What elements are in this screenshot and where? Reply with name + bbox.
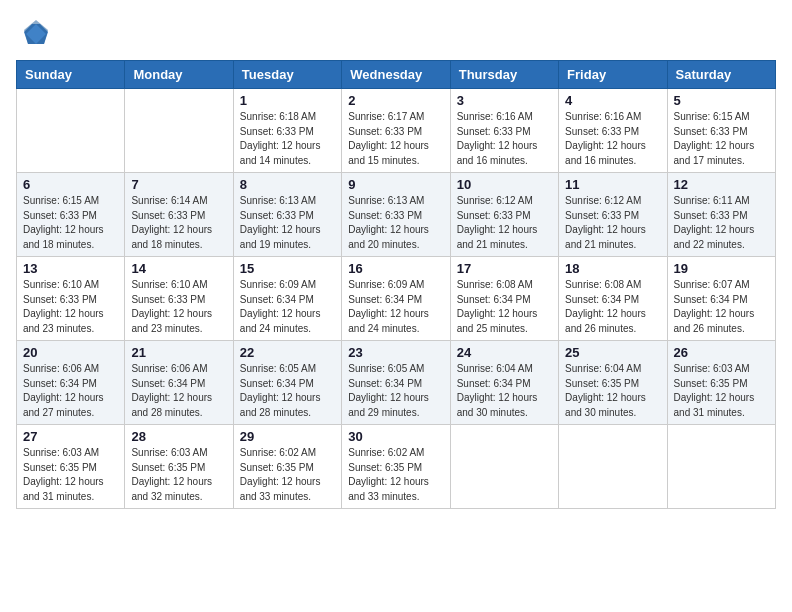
calendar-cell: 14Sunrise: 6:10 AMSunset: 6:33 PMDayligh…	[125, 257, 233, 341]
weekday-header-row: SundayMondayTuesdayWednesdayThursdayFrid…	[17, 61, 776, 89]
calendar-cell: 6Sunrise: 6:15 AMSunset: 6:33 PMDaylight…	[17, 173, 125, 257]
calendar-cell: 9Sunrise: 6:13 AMSunset: 6:33 PMDaylight…	[342, 173, 450, 257]
calendar-cell	[125, 89, 233, 173]
day-number: 21	[131, 345, 226, 360]
calendar-cell: 24Sunrise: 6:04 AMSunset: 6:34 PMDayligh…	[450, 341, 558, 425]
day-info: Sunrise: 6:04 AMSunset: 6:34 PMDaylight:…	[457, 362, 552, 420]
day-info: Sunrise: 6:08 AMSunset: 6:34 PMDaylight:…	[457, 278, 552, 336]
calendar-cell: 23Sunrise: 6:05 AMSunset: 6:34 PMDayligh…	[342, 341, 450, 425]
day-number: 24	[457, 345, 552, 360]
calendar-cell: 25Sunrise: 6:04 AMSunset: 6:35 PMDayligh…	[559, 341, 667, 425]
calendar-cell: 2Sunrise: 6:17 AMSunset: 6:33 PMDaylight…	[342, 89, 450, 173]
day-info: Sunrise: 6:09 AMSunset: 6:34 PMDaylight:…	[348, 278, 443, 336]
calendar-cell	[559, 425, 667, 509]
calendar-cell: 12Sunrise: 6:11 AMSunset: 6:33 PMDayligh…	[667, 173, 775, 257]
day-info: Sunrise: 6:15 AMSunset: 6:33 PMDaylight:…	[23, 194, 118, 252]
day-number: 22	[240, 345, 335, 360]
day-info: Sunrise: 6:12 AMSunset: 6:33 PMDaylight:…	[565, 194, 660, 252]
day-info: Sunrise: 6:16 AMSunset: 6:33 PMDaylight:…	[565, 110, 660, 168]
weekday-header-sunday: Sunday	[17, 61, 125, 89]
calendar-cell	[667, 425, 775, 509]
weekday-header-thursday: Thursday	[450, 61, 558, 89]
calendar-cell: 28Sunrise: 6:03 AMSunset: 6:35 PMDayligh…	[125, 425, 233, 509]
day-info: Sunrise: 6:10 AMSunset: 6:33 PMDaylight:…	[23, 278, 118, 336]
calendar-cell: 21Sunrise: 6:06 AMSunset: 6:34 PMDayligh…	[125, 341, 233, 425]
calendar-table: SundayMondayTuesdayWednesdayThursdayFrid…	[16, 60, 776, 509]
day-number: 9	[348, 177, 443, 192]
day-number: 17	[457, 261, 552, 276]
calendar-cell: 18Sunrise: 6:08 AMSunset: 6:34 PMDayligh…	[559, 257, 667, 341]
weekday-header-saturday: Saturday	[667, 61, 775, 89]
day-number: 12	[674, 177, 769, 192]
day-number: 19	[674, 261, 769, 276]
day-info: Sunrise: 6:12 AMSunset: 6:33 PMDaylight:…	[457, 194, 552, 252]
day-info: Sunrise: 6:03 AMSunset: 6:35 PMDaylight:…	[131, 446, 226, 504]
day-number: 29	[240, 429, 335, 444]
day-info: Sunrise: 6:11 AMSunset: 6:33 PMDaylight:…	[674, 194, 769, 252]
day-number: 3	[457, 93, 552, 108]
day-info: Sunrise: 6:06 AMSunset: 6:34 PMDaylight:…	[131, 362, 226, 420]
day-number: 7	[131, 177, 226, 192]
day-number: 10	[457, 177, 552, 192]
day-info: Sunrise: 6:08 AMSunset: 6:34 PMDaylight:…	[565, 278, 660, 336]
day-info: Sunrise: 6:05 AMSunset: 6:34 PMDaylight:…	[348, 362, 443, 420]
day-info: Sunrise: 6:05 AMSunset: 6:34 PMDaylight:…	[240, 362, 335, 420]
day-number: 30	[348, 429, 443, 444]
day-info: Sunrise: 6:15 AMSunset: 6:33 PMDaylight:…	[674, 110, 769, 168]
calendar-cell: 13Sunrise: 6:10 AMSunset: 6:33 PMDayligh…	[17, 257, 125, 341]
weekday-header-monday: Monday	[125, 61, 233, 89]
calendar-cell: 15Sunrise: 6:09 AMSunset: 6:34 PMDayligh…	[233, 257, 341, 341]
calendar-cell: 3Sunrise: 6:16 AMSunset: 6:33 PMDaylight…	[450, 89, 558, 173]
day-info: Sunrise: 6:16 AMSunset: 6:33 PMDaylight:…	[457, 110, 552, 168]
calendar-cell: 7Sunrise: 6:14 AMSunset: 6:33 PMDaylight…	[125, 173, 233, 257]
day-number: 26	[674, 345, 769, 360]
calendar-cell: 26Sunrise: 6:03 AMSunset: 6:35 PMDayligh…	[667, 341, 775, 425]
calendar-week-row: 13Sunrise: 6:10 AMSunset: 6:33 PMDayligh…	[17, 257, 776, 341]
day-number: 14	[131, 261, 226, 276]
calendar-cell: 5Sunrise: 6:15 AMSunset: 6:33 PMDaylight…	[667, 89, 775, 173]
calendar-week-row: 6Sunrise: 6:15 AMSunset: 6:33 PMDaylight…	[17, 173, 776, 257]
page-header	[16, 16, 776, 48]
day-info: Sunrise: 6:13 AMSunset: 6:33 PMDaylight:…	[240, 194, 335, 252]
day-info: Sunrise: 6:07 AMSunset: 6:34 PMDaylight:…	[674, 278, 769, 336]
calendar-cell: 29Sunrise: 6:02 AMSunset: 6:35 PMDayligh…	[233, 425, 341, 509]
day-number: 13	[23, 261, 118, 276]
logo	[16, 16, 52, 48]
day-info: Sunrise: 6:14 AMSunset: 6:33 PMDaylight:…	[131, 194, 226, 252]
calendar-week-row: 1Sunrise: 6:18 AMSunset: 6:33 PMDaylight…	[17, 89, 776, 173]
day-number: 1	[240, 93, 335, 108]
day-info: Sunrise: 6:09 AMSunset: 6:34 PMDaylight:…	[240, 278, 335, 336]
calendar-cell	[450, 425, 558, 509]
day-number: 4	[565, 93, 660, 108]
day-info: Sunrise: 6:02 AMSunset: 6:35 PMDaylight:…	[240, 446, 335, 504]
calendar-cell: 8Sunrise: 6:13 AMSunset: 6:33 PMDaylight…	[233, 173, 341, 257]
day-info: Sunrise: 6:17 AMSunset: 6:33 PMDaylight:…	[348, 110, 443, 168]
day-number: 2	[348, 93, 443, 108]
day-number: 23	[348, 345, 443, 360]
day-info: Sunrise: 6:02 AMSunset: 6:35 PMDaylight:…	[348, 446, 443, 504]
day-number: 15	[240, 261, 335, 276]
calendar-cell: 11Sunrise: 6:12 AMSunset: 6:33 PMDayligh…	[559, 173, 667, 257]
weekday-header-tuesday: Tuesday	[233, 61, 341, 89]
calendar-cell: 19Sunrise: 6:07 AMSunset: 6:34 PMDayligh…	[667, 257, 775, 341]
day-number: 27	[23, 429, 118, 444]
day-number: 25	[565, 345, 660, 360]
weekday-header-wednesday: Wednesday	[342, 61, 450, 89]
day-number: 20	[23, 345, 118, 360]
day-info: Sunrise: 6:03 AMSunset: 6:35 PMDaylight:…	[674, 362, 769, 420]
weekday-header-friday: Friday	[559, 61, 667, 89]
calendar-cell: 27Sunrise: 6:03 AMSunset: 6:35 PMDayligh…	[17, 425, 125, 509]
calendar-cell: 10Sunrise: 6:12 AMSunset: 6:33 PMDayligh…	[450, 173, 558, 257]
day-info: Sunrise: 6:10 AMSunset: 6:33 PMDaylight:…	[131, 278, 226, 336]
calendar-cell: 20Sunrise: 6:06 AMSunset: 6:34 PMDayligh…	[17, 341, 125, 425]
calendar-cell: 30Sunrise: 6:02 AMSunset: 6:35 PMDayligh…	[342, 425, 450, 509]
day-number: 5	[674, 93, 769, 108]
day-number: 18	[565, 261, 660, 276]
day-info: Sunrise: 6:04 AMSunset: 6:35 PMDaylight:…	[565, 362, 660, 420]
day-info: Sunrise: 6:18 AMSunset: 6:33 PMDaylight:…	[240, 110, 335, 168]
calendar-cell: 17Sunrise: 6:08 AMSunset: 6:34 PMDayligh…	[450, 257, 558, 341]
calendar-cell: 1Sunrise: 6:18 AMSunset: 6:33 PMDaylight…	[233, 89, 341, 173]
calendar-cell	[17, 89, 125, 173]
logo-icon	[20, 16, 52, 48]
day-info: Sunrise: 6:13 AMSunset: 6:33 PMDaylight:…	[348, 194, 443, 252]
